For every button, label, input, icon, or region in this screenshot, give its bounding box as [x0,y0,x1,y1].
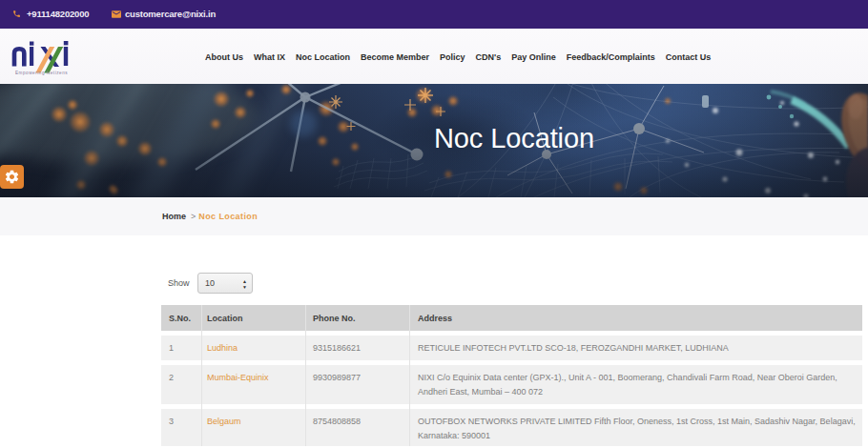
svg-text:Empowering Netizens: Empowering Netizens [15,71,68,75]
